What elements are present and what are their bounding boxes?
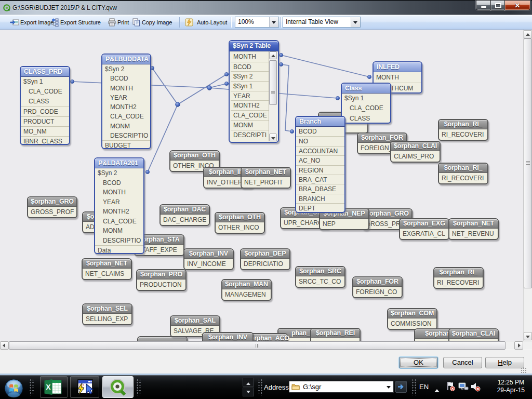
svg-text:X: X [46, 383, 51, 391]
